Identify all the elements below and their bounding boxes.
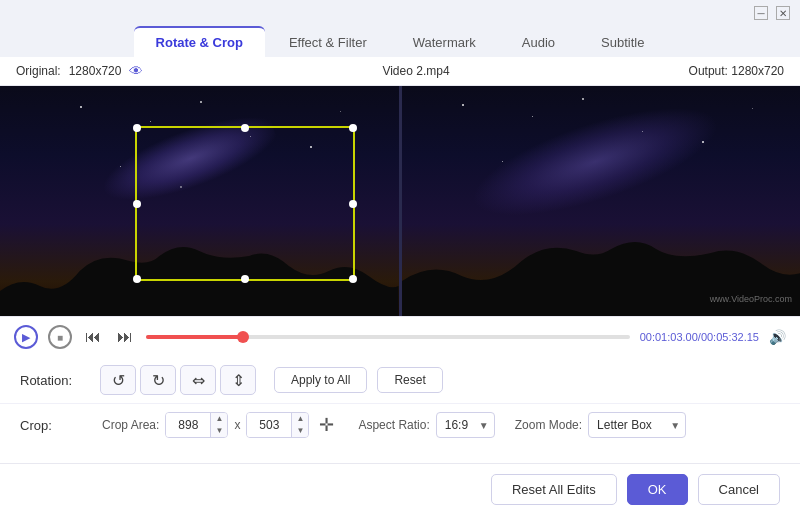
crop-height-spinners: ▲ ▼	[291, 413, 308, 437]
crop-handle-br[interactable]	[349, 275, 357, 283]
crop-area-group: Crop Area: ▲ ▼ x ▲ ▼ ✛	[102, 412, 338, 438]
tab-effect-filter[interactable]: Effect & Filter	[267, 28, 389, 57]
crop-label: Crop:	[20, 418, 90, 433]
apply-to-all-button[interactable]: Apply to All	[274, 367, 367, 393]
crop-handle-bm[interactable]	[241, 275, 249, 283]
progress-fill	[146, 335, 243, 339]
play-button[interactable]: ▶	[14, 325, 38, 349]
eye-icon[interactable]: 👁	[129, 63, 143, 79]
crop-width-up[interactable]: ▲	[211, 413, 227, 425]
output-size: 1280x720	[731, 64, 784, 78]
tab-rotate-crop[interactable]: Rotate & Crop	[134, 26, 265, 57]
crop-overlay[interactable]	[135, 126, 355, 281]
crop-height-down[interactable]: ▼	[292, 425, 308, 437]
tab-subtitle[interactable]: Subtitle	[579, 28, 666, 57]
x-separator: x	[234, 418, 240, 432]
progress-bar[interactable]	[146, 335, 630, 339]
crop-handle-tm[interactable]	[241, 124, 249, 132]
output-label: Output:	[689, 64, 728, 78]
zoom-mode-group: Zoom Mode: Letter Box Pan & Scan Full ▼	[515, 412, 686, 438]
rotate-right-button[interactable]: ↻	[140, 365, 176, 395]
prev-frame-button[interactable]: ⏮	[82, 326, 104, 348]
progress-thumb	[237, 331, 249, 343]
video-panel-left	[0, 86, 399, 316]
volume-icon[interactable]: 🔊	[769, 329, 786, 345]
aspect-ratio-label: Aspect Ratio:	[358, 418, 429, 432]
rotation-row: Rotation: ↺ ↻ ⇔ ⇕ Apply to All Reset	[0, 357, 800, 404]
time-total: 00:05:32.15	[701, 331, 759, 343]
zoom-mode-select[interactable]: Letter Box Pan & Scan Full	[588, 412, 686, 438]
crop-handle-bl[interactable]	[133, 275, 141, 283]
reset-all-edits-button[interactable]: Reset All Edits	[491, 474, 617, 505]
time-current: 00:01:03.00	[640, 331, 698, 343]
close-button[interactable]: ✕	[776, 6, 790, 20]
tab-audio[interactable]: Audio	[500, 28, 577, 57]
video-panel-right: www.VideoProc.com	[402, 86, 801, 316]
zoom-mode-select-wrap: Letter Box Pan & Scan Full ▼	[588, 412, 686, 438]
main-content: Original: 1280x720 👁 Video 2.mp4 Output:…	[0, 57, 800, 515]
flip-vertical-button[interactable]: ⇕	[220, 365, 256, 395]
crop-height-input-wrap: ▲ ▼	[246, 412, 309, 438]
zoom-mode-label: Zoom Mode:	[515, 418, 582, 432]
title-bar: ─ ✕	[0, 0, 800, 26]
crop-handle-ml[interactable]	[133, 200, 141, 208]
tab-watermark[interactable]: Watermark	[391, 28, 498, 57]
crop-width-input-wrap: ▲ ▼	[165, 412, 228, 438]
crop-row: Crop: Crop Area: ▲ ▼ x ▲ ▼ ✛ Aspect Ra	[0, 404, 800, 446]
rotate-left-button[interactable]: ↺	[100, 365, 136, 395]
time-display: 00:01:03.00/00:05:32.15	[640, 331, 759, 343]
aspect-ratio-select-wrap: Free 16:9 4:3 1:1 9:16 ▼	[436, 412, 495, 438]
crop-area-label: Crop Area:	[102, 418, 159, 432]
crop-width-down[interactable]: ▼	[211, 425, 227, 437]
rotation-buttons: ↺ ↻ ⇔ ⇕	[100, 365, 256, 395]
crop-handle-tr[interactable]	[349, 124, 357, 132]
rotation-label: Rotation:	[20, 373, 90, 388]
reset-rotation-button[interactable]: Reset	[377, 367, 442, 393]
aspect-ratio-group: Aspect Ratio: Free 16:9 4:3 1:1 9:16 ▼	[358, 412, 494, 438]
original-size: 1280x720	[69, 64, 122, 78]
stop-button[interactable]: ■	[48, 325, 72, 349]
crop-handle-mr[interactable]	[349, 200, 357, 208]
next-frame-button[interactable]: ⏭	[114, 326, 136, 348]
original-label: Original:	[16, 64, 61, 78]
filename: Video 2.mp4	[382, 64, 449, 78]
minimize-button[interactable]: ─	[754, 6, 768, 20]
ok-button[interactable]: OK	[627, 474, 688, 505]
cancel-button[interactable]: Cancel	[698, 474, 780, 505]
crosshair-icon[interactable]: ✛	[319, 414, 334, 436]
crop-width-spinners: ▲ ▼	[210, 413, 227, 437]
flip-horizontal-button[interactable]: ⇔	[180, 365, 216, 395]
video-area: www.VideoProc.com	[0, 86, 800, 316]
footer-bar: Reset All Edits OK Cancel	[0, 463, 800, 515]
crop-handle-tl[interactable]	[133, 124, 141, 132]
video-info-bar: Original: 1280x720 👁 Video 2.mp4 Output:…	[0, 57, 800, 86]
spacer	[0, 446, 800, 463]
aspect-ratio-select[interactable]: Free 16:9 4:3 1:1 9:16	[436, 412, 495, 438]
tabs-bar: Rotate & Crop Effect & Filter Watermark …	[0, 26, 800, 57]
crop-height-up[interactable]: ▲	[292, 413, 308, 425]
crop-height-input[interactable]	[247, 413, 291, 437]
crop-width-input[interactable]	[166, 413, 210, 437]
watermark-text: www.VideoProc.com	[710, 294, 792, 304]
controls-bar: ▶ ■ ⏮ ⏭ 00:01:03.00/00:05:32.15 🔊	[0, 316, 800, 357]
